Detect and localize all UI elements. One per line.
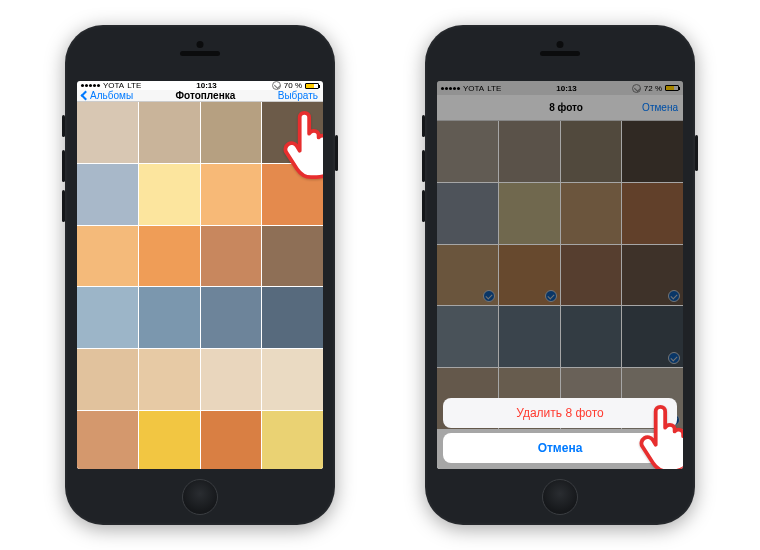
signal-dots-icon [81, 84, 100, 87]
photo-thumb[interactable] [201, 102, 262, 163]
cancel-sheet-button[interactable]: Отмена [443, 433, 677, 463]
status-bar: YOTA LTE 10:13 70 % [77, 81, 323, 90]
chevron-left-icon [81, 91, 91, 101]
phone-left: YOTA LTE 10:13 70 % Альбомы Фотопленка В… [65, 25, 335, 525]
back-label: Альбомы [90, 90, 133, 101]
photo-thumb[interactable] [262, 102, 323, 163]
network-label: LTE [127, 81, 141, 90]
photo-thumb[interactable] [139, 102, 200, 163]
photo-thumb[interactable] [77, 411, 138, 469]
screen-select-mode: YOTA LTE 10:13 72 % 8 фото Отмена Удалит… [437, 81, 683, 469]
orientation-lock-icon [272, 81, 281, 90]
photo-thumb[interactable] [201, 226, 262, 287]
photo-thumb[interactable] [139, 287, 200, 348]
photo-thumb[interactable] [77, 287, 138, 348]
delete-photos-button[interactable]: Удалить 8 фото [443, 398, 677, 428]
photo-thumb[interactable] [139, 411, 200, 469]
photo-thumb[interactable] [77, 226, 138, 287]
action-sheet: Удалить 8 фото Отмена [443, 398, 677, 463]
back-button[interactable]: Альбомы [82, 90, 133, 101]
nav-title: Фотопленка [176, 90, 236, 101]
battery-icon [305, 83, 319, 89]
photo-thumb[interactable] [262, 287, 323, 348]
phone-right: YOTA LTE 10:13 72 % 8 фото Отмена Удалит… [425, 25, 695, 525]
battery-percent: 70 % [284, 81, 302, 90]
nav-bar: Альбомы Фотопленка Выбрать [77, 90, 323, 102]
photo-thumb[interactable] [262, 164, 323, 225]
photo-thumb[interactable] [77, 102, 138, 163]
photo-thumb[interactable] [201, 164, 262, 225]
screen-camera-roll: YOTA LTE 10:13 70 % Альбомы Фотопленка В… [77, 81, 323, 469]
photo-thumb[interactable] [139, 226, 200, 287]
home-button[interactable] [182, 479, 218, 515]
photo-thumb[interactable] [201, 287, 262, 348]
photo-grid[interactable] [77, 102, 323, 469]
photo-thumb[interactable] [201, 349, 262, 410]
photo-thumb[interactable] [201, 411, 262, 469]
photo-thumb[interactable] [77, 349, 138, 410]
home-button[interactable] [542, 479, 578, 515]
photo-thumb[interactable] [77, 164, 138, 225]
photo-thumb[interactable] [262, 349, 323, 410]
photo-thumb[interactable] [139, 164, 200, 225]
photo-thumb[interactable] [262, 226, 323, 287]
photo-thumb[interactable] [139, 349, 200, 410]
carrier-label: YOTA [103, 81, 124, 90]
photo-thumb[interactable] [262, 411, 323, 469]
clock: 10:13 [196, 81, 216, 90]
select-button[interactable]: Выбрать [278, 90, 318, 101]
